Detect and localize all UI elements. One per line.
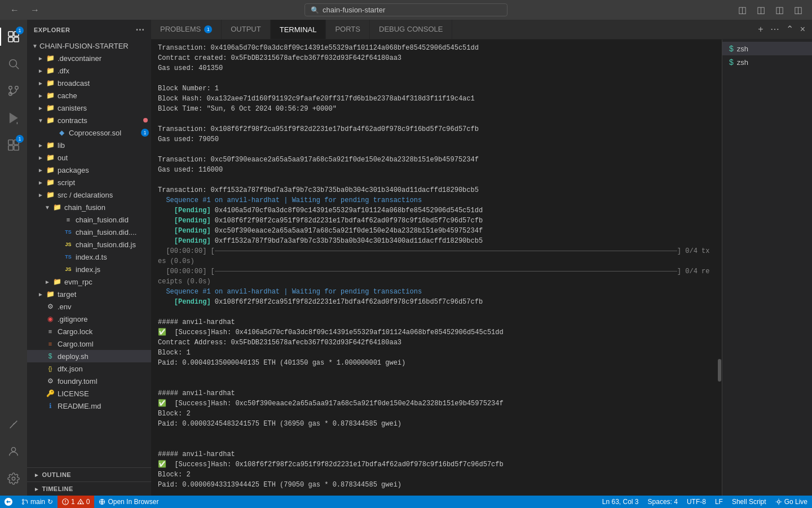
status-open-browser-button[interactable]: Open In Browser [94, 496, 163, 508]
sidebar-tree: ► 📁 .devcontainer ► 📁 .dfx ► 📁 broadcast… [27, 52, 151, 467]
tree-item-dfx-json[interactable]: ► {} dfx.json [27, 362, 151, 375]
activity-bar-item-settings[interactable] [0, 465, 27, 492]
tree-item-readme[interactable]: ► ℹ README.md [27, 400, 151, 412]
tree-item-cargo-toml[interactable]: ► ≡ Cargo.toml [27, 338, 151, 350]
packages-arrow: ► [36, 165, 45, 174]
chain-fusion-arrow: ▼ [43, 203, 52, 212]
foundry-toml-icon: ⚙ [45, 376, 55, 386]
tree-item-canisters[interactable]: ► 📁 canisters [27, 102, 151, 114]
tab-ports[interactable]: PORTS [326, 20, 370, 39]
tree-item-chain-fusion-did-ts[interactable]: ► TS chain_fusion.did.... [27, 226, 151, 238]
tree-item-coprocessor[interactable]: ► ◆ Coprocessor.sol 1 [27, 126, 151, 139]
sidebar-menu-button[interactable]: ⋯ [135, 24, 145, 35]
terminal-line [158, 439, 710, 449]
tab-debug-console[interactable]: DEBUG CONSOLE [370, 20, 452, 39]
tab-problems-label: PROBLEMS [160, 25, 201, 33]
status-branch-button[interactable]: main ↻ [17, 496, 58, 508]
tree-item-cargo-lock[interactable]: ► ≡ Cargo.lock [27, 325, 151, 338]
terminal-tab-zsh1[interactable]: $ zsh [722, 42, 812, 55]
tab-problems[interactable]: PROBLEMS 1 [151, 20, 222, 39]
activity-bar-item-account[interactable] [0, 438, 27, 465]
status-spaces[interactable]: Spaces: 4 [643, 496, 682, 508]
titlebar-search[interactable]: 🔍 [304, 3, 508, 16]
tree-item-license[interactable]: ► 🔑 LICENSE [27, 387, 151, 400]
nav-forward-button[interactable]: → [27, 4, 43, 16]
status-encoding[interactable]: UTF-8 [682, 496, 710, 508]
terminal-menu-button[interactable]: ⋯ [768, 23, 782, 36]
terminal-output[interactable]: Transaction: 0x4106a5d70cf0a3dc8f09c1439… [151, 40, 717, 496]
activity-bar-item-source-control[interactable] [0, 77, 27, 104]
tree-item-devcontainer[interactable]: ► 📁 .devcontainer [27, 52, 151, 64]
close-terminal-button[interactable]: × [798, 23, 807, 36]
tree-item-cache[interactable]: ► 📁 cache [27, 89, 151, 102]
timeline-label: TIMELINE [42, 485, 73, 492]
search-input[interactable] [323, 6, 501, 14]
terminal-line: [Pending] 0xff1532a787f9bd7a3af9b7c33b73… [158, 236, 710, 246]
tree-item-deploy-sh[interactable]: ► $ deploy.sh [27, 350, 151, 362]
tree-item-lib[interactable]: ► 📁 lib [27, 139, 151, 151]
out-arrow: ► [36, 153, 45, 162]
lib-arrow: ► [36, 141, 45, 150]
coprocessor-label: Coprocessor.sol [69, 129, 141, 137]
tree-item-dfx[interactable]: ► 📁 .dfx [27, 64, 151, 77]
tree-item-target[interactable]: ► 📁 target [27, 288, 151, 300]
status-remote-button[interactable] [0, 496, 17, 508]
editor-layout-icon[interactable]: ◫ [754, 3, 768, 16]
terminal-line: [00:00:00] [] 0/4 txes (0.0s) [158, 246, 710, 266]
tree-root[interactable]: ▼ CHAIN-FUSION-STARTER [27, 40, 151, 52]
status-errors-button[interactable]: 1 0 [58, 496, 94, 508]
terminal-line: Transaction: 0x108f6f2f98f2ca951f9f82d22… [158, 124, 710, 134]
svg-point-6 [9, 86, 12, 90]
activity-bar-item-explorer[interactable]: 1 [0, 23, 27, 50]
tree-item-env[interactable]: ► ⚙ .env [27, 300, 151, 313]
tree-item-chain-fusion-did-js[interactable]: ► JS chain_fusion.did.js [27, 238, 151, 251]
tree-item-gitignore[interactable]: ► ◉ .gitignore [27, 313, 151, 325]
chain-fusion-icon: 📁 [52, 202, 62, 212]
coprocessor-badge: 1 [141, 129, 149, 137]
activity-bar-item-extensions[interactable]: 1 [0, 132, 27, 159]
customize-layout-icon[interactable]: ◫ [791, 3, 805, 16]
tab-terminal[interactable]: TERMINAL [271, 20, 326, 39]
terminal-tab-zsh2[interactable]: $ zsh [722, 55, 812, 69]
tree-item-out[interactable]: ► 📁 out [27, 151, 151, 164]
tab-output[interactable]: OUTPUT [222, 20, 270, 39]
tree-item-index-js[interactable]: ► JS index.js [27, 263, 151, 275]
status-language[interactable]: Shell Script [727, 496, 771, 508]
maximize-terminal-button[interactable]: ⌃ [784, 23, 796, 36]
tree-item-broadcast[interactable]: ► 📁 broadcast [27, 77, 151, 89]
sidebar: EXPLORER ⋯ ▼ CHAIN-FUSION-STARTER ► 📁 .d… [27, 20, 151, 496]
tree-item-script[interactable]: ► 📁 script [27, 176, 151, 189]
tree-item-evm-rpc[interactable]: ► 📁 evm_rpc [27, 275, 151, 288]
terminal-scrollbar[interactable] [717, 40, 722, 496]
status-go-live[interactable]: Go Live [771, 496, 812, 508]
terminal-line [158, 378, 710, 388]
terminal-line: [Pending] 0x4106a5d70cf0a3dc8f09c14391e5… [158, 205, 710, 216]
activity-bar-item-remote[interactable] [0, 411, 27, 438]
svg-marker-9 [10, 113, 17, 123]
new-terminal-button[interactable]: + [756, 23, 765, 36]
tree-item-foundry-toml[interactable]: ► ⚙ foundry.toml [27, 375, 151, 387]
outline-header[interactable]: ► OUTLINE [27, 469, 151, 480]
timeline-header[interactable]: ► TIMELINE [27, 483, 151, 494]
tree-item-src-declarations[interactable]: ► 📁 src / declarations [27, 189, 151, 201]
explorer-badge: 1 [16, 27, 24, 34]
status-ln-col[interactable]: Ln 63, Col 3 [598, 496, 643, 508]
activity-bar-item-run[interactable] [0, 104, 27, 132]
sidebar-toggle-icon[interactable]: ◫ [735, 3, 749, 16]
status-line-ending[interactable]: LF [710, 496, 727, 508]
tree-item-chain-fusion-did[interactable]: ► ≡ chain_fusion.did [27, 213, 151, 226]
tree-item-packages[interactable]: ► 📁 packages [27, 164, 151, 176]
terminal-line: [Pending] 0xc50f390eaace2a65a5aa917a68c5… [158, 226, 710, 236]
search-icon: 🔍 [311, 6, 319, 14]
nav-back-button[interactable]: ← [7, 4, 23, 16]
tree-item-chain-fusion[interactable]: ▼ 📁 chain_fusion [27, 201, 151, 213]
chain-fusion-did-js-icon: JS [63, 239, 73, 249]
terminal-line: Transaction: 0xc50f390eaace2a65a5aa917a6… [158, 155, 710, 165]
tree-item-index-d-ts[interactable]: ► TS index.d.ts [27, 251, 151, 263]
tree-item-contracts[interactable]: ▼ 📁 contracts [27, 114, 151, 126]
activity-bar-item-search[interactable] [0, 50, 27, 77]
index-js-icon: JS [63, 264, 73, 274]
panel-toggle-icon[interactable]: ◫ [773, 3, 787, 16]
index-d-ts-icon: TS [63, 252, 73, 262]
root-label: CHAIN-FUSION-STARTER [39, 42, 151, 50]
